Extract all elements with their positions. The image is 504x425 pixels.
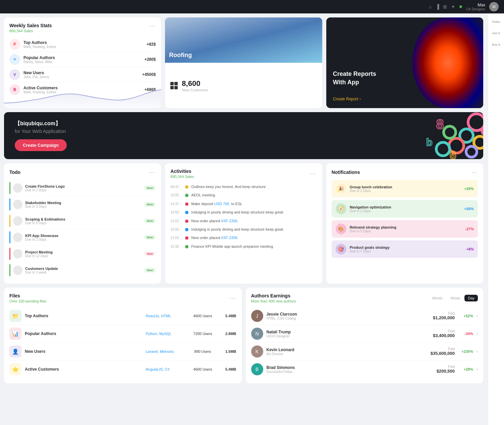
activities-menu[interactable]: ⋯	[310, 170, 317, 177]
todo-item-0: Create FireStone Logo Due In 2 Days New	[9, 180, 156, 196]
author-item-0: J Jessie Clarcson HTML, CSS Coding Paid …	[251, 307, 478, 325]
svg-text:6: 6	[450, 148, 456, 159]
notifications-menu[interactable]: ⋯	[471, 169, 478, 176]
row1: Weekly Sales Stats 890,344 Sales ⋯ P Top…	[4, 17, 483, 108]
stat-value-0: +82$	[147, 42, 156, 47]
activity-item-5: 16:50 Indulging in poorly driving and ke…	[170, 225, 317, 234]
author-avatar-0: J	[251, 310, 263, 322]
activity-item-2: 14:37 Make deposit USD 700. to ESL	[170, 200, 317, 208]
todo-title: Todo	[9, 170, 20, 175]
svg-text:b: b	[426, 137, 432, 148]
stat-sub-1: Randy, Steve, Mike	[23, 60, 145, 64]
weekly-sales-menu[interactable]: ⋯	[150, 22, 156, 30]
todo-avatar-1	[13, 200, 22, 209]
todo-badge-1: New	[144, 202, 156, 207]
todo-badge-2: New	[144, 219, 156, 223]
files-card: Files Over 100 pending files ⋯ 📁 Top Aut…	[4, 288, 242, 383]
svg-point-10	[468, 114, 483, 131]
notif-item-3[interactable]: 🎯 Product goals strategy Due in 7 Days +…	[332, 240, 478, 258]
stat-item-popular-authors: ✈ Popular Authors Randy, Steve, Mike +28…	[9, 52, 156, 67]
svg-point-14	[466, 146, 477, 157]
tab-month[interactable]: Month	[429, 295, 446, 301]
todo-avatar-0	[13, 183, 22, 193]
activity-item-0: 08:42 Outlines keep you honest. And keep…	[170, 183, 317, 191]
todo-badge-4: New	[144, 251, 156, 256]
right-sidebar-strip: Prebu Get H Buy N	[488, 13, 504, 425]
files-list: 📁 Top Authors ReactJs, HTML 4600 Users 5…	[9, 307, 236, 378]
search-icon[interactable]: ⌕	[429, 4, 432, 9]
author-change-1: -34%	[458, 332, 473, 336]
file-item-2: 👤 New Users Laravel, Metronic 890 Users …	[9, 343, 236, 361]
file-item-0: 📁 Top Authors ReactJs, HTML 4600 Users 5…	[9, 307, 236, 325]
file-icon-1: 📊	[9, 328, 21, 340]
campaign-subtitle: for Your Web Application	[15, 129, 472, 134]
strip-item-buyn[interactable]: Buy N	[491, 42, 502, 48]
todo-badge-5: New	[144, 268, 156, 273]
stat-item-top-authors: P Top Authors Mark, Rowling, Esther +82$	[9, 37, 156, 52]
campaign-brand: 【biqubiqu.com】	[15, 120, 472, 127]
authors-earnings-subtitle: More than 400 new authors	[251, 299, 296, 303]
topbar: ⌕ ▐ ⊞ ☀ Max UX Designer M	[0, 0, 504, 13]
file-item-1: 📊 Popular Authors Python, MySQL 7200 Use…	[9, 325, 236, 343]
notif-item-1[interactable]: 🧭 Navigation optimization Due in 2 Days …	[332, 200, 478, 218]
author-arrow-3[interactable]: ›	[477, 367, 478, 372]
authors-list: J Jessie Clarcson HTML, CSS Coding Paid …	[251, 307, 478, 378]
activity-item-4: 21:03 New order placed #XF-2356.	[170, 217, 317, 225]
author-arrow-0[interactable]: ›	[477, 314, 478, 318]
todo-list: Create FireStone Logo Due In 2 Days New …	[9, 180, 156, 278]
author-arrow-1[interactable]: ›	[477, 331, 478, 336]
strip-item-geth[interactable]: Get H	[491, 30, 502, 36]
bar-icon[interactable]: ▐	[436, 4, 439, 9]
notif-value-0: +28%	[464, 187, 474, 191]
files-title: Files	[9, 293, 46, 298]
todo-avatar-3	[13, 233, 22, 242]
create-report-link[interactable]: Create Report ›	[333, 97, 477, 101]
file-icon-2: 👤	[9, 345, 21, 358]
authors-earnings-card: Authors Earnings More than 400 new autho…	[246, 288, 484, 383]
user-role: UX Designer	[466, 7, 485, 11]
strip-item-prebu[interactable]: Prebu	[491, 19, 501, 25]
tab-day[interactable]: Day	[464, 295, 478, 301]
files-subtitle: Over 100 pending files	[9, 299, 46, 303]
stat-item-new-users: V New Users John, Pat, Jimmy +4500$	[9, 67, 156, 82]
notif-value-2: -27%	[465, 227, 474, 231]
notif-icon-2: 🎨	[336, 224, 346, 234]
notif-item-2[interactable]: 🎨 Rebrand strategy planning Due in 5 Day…	[332, 220, 478, 238]
campaign-card: 【biqubiqu.com】 for Your Web Application …	[4, 112, 483, 159]
activity-item-3: 16:50 Indulging in poorly driving and ke…	[170, 208, 317, 217]
stat-name-2: New Users	[23, 70, 142, 75]
reports-card: Create ReportsWith App Create Report ›	[326, 17, 483, 108]
status-dot	[459, 5, 462, 8]
row2-campaign: 【biqubiqu.com】 for Your Web Application …	[4, 112, 483, 159]
activity-item-7: 10:30 Finance KPI Mobile app launch prep…	[170, 242, 317, 251]
weekly-sales-card: Weekly Sales Stats 890,344 Sales ⋯ P Top…	[4, 17, 161, 108]
new-customers-number: 8,600	[182, 79, 208, 88]
svg-point-15	[444, 126, 456, 138]
files-menu[interactable]: ⋯	[230, 294, 236, 302]
svg-point-17	[436, 142, 450, 156]
todo-avatar-2	[13, 216, 22, 226]
roofing-image: Roofing	[165, 17, 322, 63]
stat-icon-popular-authors: ✈	[9, 54, 20, 65]
author-item-3: B Brad Simmons Successful Fellas Paid $2…	[251, 361, 478, 378]
author-change-3: +28%	[458, 367, 473, 371]
new-customers-label: New Customers	[182, 88, 208, 92]
notif-icon-3: 🎯	[336, 244, 346, 254]
todo-badge-3: New	[144, 235, 156, 240]
grid-icon[interactable]: ⊞	[443, 4, 447, 9]
author-avatar-1: N	[251, 328, 263, 340]
author-arrow-2[interactable]: ›	[477, 349, 478, 354]
stat-name-0: Top Authors	[23, 40, 147, 45]
file-icon-0: 📁	[9, 310, 21, 322]
create-campaign-button[interactable]: Create Campaign	[15, 139, 67, 151]
reports-title: Create ReportsWith App	[333, 70, 477, 87]
todo-menu[interactable]: ⋯	[149, 169, 156, 176]
notif-item-0[interactable]: 🎉 Group lunch celebration Due in 2 Days …	[332, 180, 478, 197]
author-change-0: +52%	[458, 314, 473, 318]
stat-sub-0: Mark, Rowling, Esther	[23, 45, 147, 49]
theme-icon[interactable]: ☀	[451, 4, 455, 9]
tab-week[interactable]: Week	[447, 295, 463, 301]
activities-title: Activities	[170, 169, 194, 174]
todo-item-5: Customers Update Due In 1 week New	[9, 262, 156, 278]
avatar[interactable]: M	[489, 2, 499, 11]
